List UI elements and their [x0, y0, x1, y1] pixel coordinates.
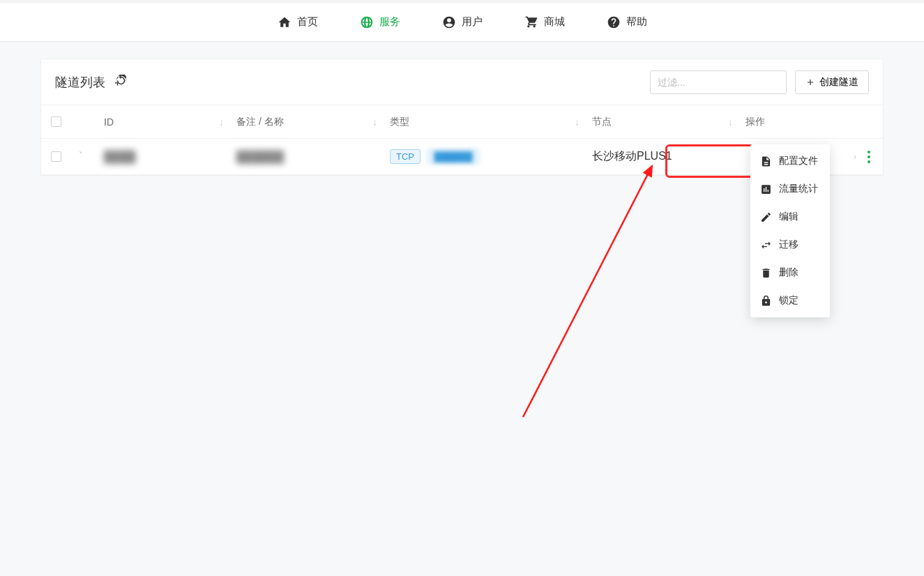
- svg-line-0: [523, 166, 652, 417]
- table-row: ` ████ ██████ TCP ██████ 长沙移动PLUS1 › 配置文…: [41, 139, 883, 175]
- refresh-icon: [115, 75, 127, 86]
- nav-user[interactable]: 用户: [442, 15, 483, 29]
- row-id-value: ████: [104, 151, 135, 162]
- annotation-arrow: [509, 159, 669, 424]
- page-title: 隧道列表: [55, 74, 127, 91]
- row-status-cell: `: [79, 151, 104, 163]
- nav-service-label: 服务: [379, 15, 400, 29]
- col-header-action-label: 操作: [745, 116, 765, 128]
- trash-icon: [760, 267, 772, 279]
- menu-lock[interactable]: 锁定: [750, 287, 830, 314]
- top-nav: 首页 服务 用户 商城 帮助: [0, 3, 924, 42]
- tunnel-card: 隧道列表 创建隧道 ID ↓ 备注 / 名称 ↓: [40, 59, 884, 176]
- more-actions-button[interactable]: [865, 146, 873, 167]
- type-tag: TCP: [390, 149, 421, 164]
- refresh-button[interactable]: [115, 75, 127, 90]
- swap-icon: [760, 239, 772, 251]
- menu-config-label: 配置文件: [779, 155, 818, 167]
- nav-service[interactable]: 服务: [360, 15, 400, 29]
- col-header-id-label: ID: [104, 116, 114, 128]
- sort-arrow-icon: ↓: [219, 116, 236, 128]
- nav-home[interactable]: 首页: [278, 15, 318, 29]
- row-type-cell: TCP ██████: [390, 149, 592, 164]
- sort-arrow-icon: ↓: [728, 116, 745, 128]
- filter-input[interactable]: [650, 70, 787, 94]
- file-icon: [760, 156, 772, 167]
- create-tunnel-button[interactable]: 创建隧道: [795, 70, 869, 94]
- row-id-cell: ████: [104, 151, 236, 163]
- cart-icon: [524, 15, 538, 29]
- checkbox-icon: [51, 151, 61, 162]
- menu-edit-label: 编辑: [779, 211, 798, 223]
- sort-arrow-icon: ↓: [372, 116, 390, 128]
- col-header-type[interactable]: 类型 ↓: [390, 116, 592, 128]
- row-node-value: 长沙移动PLUS1: [592, 150, 672, 162]
- pencil-icon: [760, 211, 772, 223]
- actions-dropdown: 配置文件 流量统计 编辑 迁移 删除: [750, 144, 830, 317]
- row-name-cell: ██████: [236, 151, 390, 163]
- col-header-action: 操作: [745, 116, 873, 128]
- row-select-cell[interactable]: [51, 151, 79, 162]
- col-header-name-label: 备注 / 名称: [236, 116, 284, 128]
- nav-shop-label: 商城: [544, 15, 565, 29]
- row-name-value: ██████: [236, 151, 284, 162]
- menu-traffic[interactable]: 流量统计: [750, 175, 830, 203]
- nav-home-label: 首页: [297, 15, 318, 29]
- checkbox-icon: [51, 116, 61, 127]
- menu-migrate-label: 迁移: [779, 238, 798, 251]
- help-icon: [607, 15, 621, 29]
- col-header-id[interactable]: ID ↓: [104, 116, 236, 128]
- card-header: 隧道列表 创建隧道: [41, 59, 883, 105]
- port-tag: ██████: [427, 149, 478, 164]
- menu-delete[interactable]: 删除: [750, 259, 830, 287]
- nav-help[interactable]: 帮助: [607, 15, 647, 29]
- menu-config[interactable]: 配置文件: [750, 147, 830, 175]
- lock-icon: [760, 295, 772, 307]
- nav-user-label: 用户: [462, 15, 483, 29]
- col-header-type-label: 类型: [390, 116, 409, 128]
- create-tunnel-label: 创建隧道: [819, 76, 858, 89]
- menu-lock-label: 锁定: [779, 294, 798, 307]
- globe-icon: [360, 15, 374, 29]
- table-header-row: ID ↓ 备注 / 名称 ↓ 类型 ↓ 节点 ↓ 操作: [41, 105, 883, 139]
- sort-arrow-icon: ↓: [575, 116, 592, 128]
- menu-traffic-label: 流量统计: [779, 183, 818, 195]
- row-node-cell: 长沙移动PLUS1: [592, 149, 745, 164]
- page-body: 隧道列表 创建隧道 ID ↓ 备注 / 名称 ↓: [0, 42, 924, 192]
- chart-icon: [760, 183, 772, 195]
- menu-delete-label: 删除: [779, 266, 798, 279]
- col-header-node-label: 节点: [592, 116, 612, 128]
- chevron-right-icon[interactable]: ›: [854, 151, 859, 162]
- menu-edit[interactable]: 编辑: [750, 203, 830, 231]
- nav-shop[interactable]: 商城: [524, 15, 565, 29]
- select-all-cell[interactable]: [51, 116, 79, 127]
- nav-help-label: 帮助: [626, 15, 647, 29]
- user-icon: [442, 15, 456, 29]
- header-actions: 创建隧道: [650, 70, 869, 94]
- home-icon: [278, 15, 291, 29]
- page-title-text: 隧道列表: [55, 74, 105, 91]
- menu-migrate[interactable]: 迁移: [750, 231, 830, 259]
- col-header-name[interactable]: 备注 / 名称 ↓: [236, 116, 390, 128]
- col-header-node[interactable]: 节点 ↓: [592, 116, 745, 128]
- plus-icon: [805, 77, 815, 87]
